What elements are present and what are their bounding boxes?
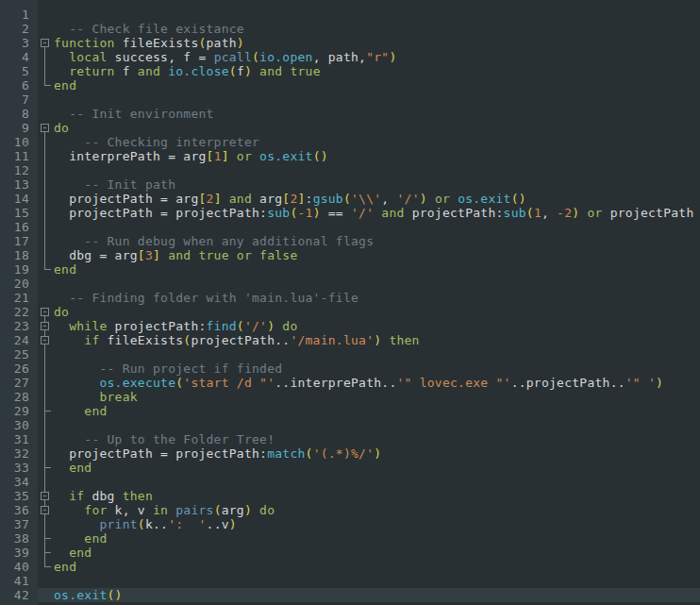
code-line[interactable]: 19end bbox=[0, 262, 700, 277]
code-line[interactable]: 26 -- Run project if finded bbox=[0, 361, 700, 376]
code-line[interactable]: 10 -- Checking interpreter bbox=[0, 135, 700, 149]
code-line-text bbox=[53, 8, 700, 22]
code-token bbox=[54, 390, 99, 404]
code-line[interactable]: 18 dbg = arg[3] and true or false bbox=[0, 248, 700, 262]
code-line[interactable]: 4 local success, f = pcall(io.open, path… bbox=[0, 50, 700, 64]
code-line[interactable]: 25 bbox=[0, 347, 700, 361]
code-token bbox=[54, 404, 84, 418]
code-token: ..interprePath.. bbox=[275, 376, 396, 390]
fold-margin-cell bbox=[38, 291, 53, 305]
fold-line-glyph bbox=[44, 50, 45, 64]
line-number: 28 bbox=[0, 390, 38, 404]
fold-collapse-icon[interactable] bbox=[38, 121, 53, 135]
code-line[interactable]: 11 interprePath = arg[1] or os.exit() bbox=[0, 149, 700, 163]
code-line-text: if fileExists(projectPath..'/main.lua') … bbox=[53, 333, 700, 347]
fold-minus-glyph bbox=[43, 326, 46, 327]
code-line[interactable]: 22do bbox=[0, 305, 700, 319]
code-token: ( bbox=[343, 192, 351, 206]
line-number: 6 bbox=[0, 78, 38, 92]
code-line[interactable]: 37 print(k..': '..v) bbox=[0, 517, 700, 531]
code-line[interactable]: 3function fileExists(path) bbox=[0, 36, 700, 50]
code-line[interactable]: 7 bbox=[0, 92, 700, 107]
code-line[interactable]: 28 break bbox=[0, 390, 700, 404]
code-token: do bbox=[54, 121, 69, 135]
line-number: 10 bbox=[0, 135, 38, 149]
fold-collapse-icon[interactable] bbox=[38, 503, 53, 517]
code-line[interactable]: 5 return f and io.close(f) and true bbox=[0, 64, 700, 78]
fold-line-glyph bbox=[45, 269, 51, 270]
code-token: end bbox=[69, 546, 92, 560]
code-line[interactable]: 39 end bbox=[0, 546, 700, 560]
fold-line-glyph bbox=[44, 418, 45, 432]
code-line[interactable]: 33 end bbox=[0, 461, 700, 475]
code-line[interactable]: 15 projectPath = projectPath:sub(-1) == … bbox=[0, 206, 700, 220]
fold-collapse-icon[interactable] bbox=[38, 489, 53, 503]
fold-collapse-icon[interactable] bbox=[38, 36, 53, 50]
code-line[interactable]: 36 for k, v in pairs(arg) do bbox=[0, 503, 700, 517]
code-line[interactable]: 35 if dbg then bbox=[0, 489, 700, 503]
code-line-text: projectPath = arg[2] and arg[2]:gsub('\\… bbox=[53, 192, 700, 206]
fold-collapse-icon[interactable] bbox=[38, 319, 53, 333]
code-token: 1 bbox=[214, 149, 222, 163]
code-token bbox=[252, 248, 259, 262]
fold-guide-line bbox=[38, 248, 53, 262]
code-line[interactable]: 13 -- Init path bbox=[0, 177, 700, 192]
code-line-text: -- Init path bbox=[53, 177, 700, 192]
line-number: 30 bbox=[0, 418, 38, 432]
code-line[interactable]: 34 bbox=[0, 475, 700, 489]
fold-line-glyph bbox=[45, 566, 51, 567]
code-line[interactable]: 6end bbox=[0, 78, 700, 92]
code-token: 'start /d "' bbox=[183, 376, 275, 390]
code-line[interactable]: 2 -- Check file existance bbox=[0, 22, 700, 36]
fold-collapse-icon[interactable] bbox=[38, 305, 53, 319]
code-line[interactable]: 21 -- Finding folder with 'main.lua'-fil… bbox=[0, 291, 700, 305]
line-number: 8 bbox=[0, 107, 38, 121]
code-line[interactable]: 17 -- Run debug when any additional flag… bbox=[0, 234, 700, 248]
fold-collapse-icon[interactable] bbox=[38, 333, 53, 347]
code-line[interactable]: 38 end bbox=[0, 531, 700, 546]
code-line-text: projectPath = projectPath:match('(.*)%/'… bbox=[53, 446, 700, 461]
code-token: os.exit bbox=[458, 192, 511, 206]
code-line[interactable]: 23 while projectPath:find('/') do bbox=[0, 319, 700, 333]
fold-guide-line bbox=[38, 262, 53, 277]
code-line[interactable]: 8 -- Init environment bbox=[0, 107, 700, 121]
fold-guide-line bbox=[38, 475, 53, 489]
code-line[interactable]: 32 projectPath = projectPath:match('(.*)… bbox=[0, 446, 700, 461]
fold-guide-line bbox=[38, 432, 53, 446]
fold-guide-line bbox=[38, 560, 53, 574]
code-token: projectPath: bbox=[108, 319, 207, 333]
code-token: or bbox=[587, 206, 602, 220]
code-token: -2 bbox=[557, 206, 572, 220]
fold-box-glyph bbox=[41, 506, 49, 514]
code-token: [ bbox=[207, 149, 214, 163]
code-editor[interactable]: 12 -- Check file existance3function file… bbox=[0, 0, 700, 605]
code-line[interactable]: 31 -- Up to the Folder Tree! bbox=[0, 432, 700, 446]
code-line[interactable]: 27 os.execute('start /d "'..interprePath… bbox=[0, 376, 700, 390]
line-number: 23 bbox=[0, 319, 38, 333]
code-line[interactable]: 42os.exit() bbox=[0, 588, 700, 602]
fold-line-glyph bbox=[45, 538, 51, 539]
code-line[interactable]: 12 bbox=[0, 163, 700, 177]
code-token: end bbox=[84, 404, 107, 418]
code-token: while bbox=[69, 319, 107, 333]
code-line[interactable]: 41 bbox=[0, 574, 700, 588]
fold-guide-line bbox=[38, 149, 53, 163]
code-line[interactable]: 16 bbox=[0, 220, 700, 234]
code-line[interactable]: 14 projectPath = arg[2] and arg[2]:gsub(… bbox=[0, 192, 700, 206]
code-token: () bbox=[511, 192, 526, 206]
line-number: 13 bbox=[0, 177, 38, 192]
code-line[interactable]: 20 bbox=[0, 277, 700, 291]
code-token: '" lovec.exe "' bbox=[396, 376, 510, 390]
code-line[interactable]: 29 end bbox=[0, 404, 700, 418]
code-token: projectPath = projectPath: bbox=[54, 446, 267, 461]
fold-guide-line bbox=[38, 135, 53, 149]
code-token: for bbox=[84, 503, 107, 517]
code-line[interactable]: 30 bbox=[0, 418, 700, 432]
code-line[interactable]: 40end bbox=[0, 560, 700, 574]
code-line[interactable]: 1 bbox=[0, 8, 700, 22]
fold-guide-line bbox=[38, 347, 53, 361]
code-line[interactable]: 24 if fileExists(projectPath..'/main.lua… bbox=[0, 333, 700, 347]
fold-line-glyph bbox=[44, 234, 45, 248]
code-line-text: -- Run debug when any additional flags bbox=[53, 234, 700, 248]
code-line[interactable]: 9do bbox=[0, 121, 700, 135]
